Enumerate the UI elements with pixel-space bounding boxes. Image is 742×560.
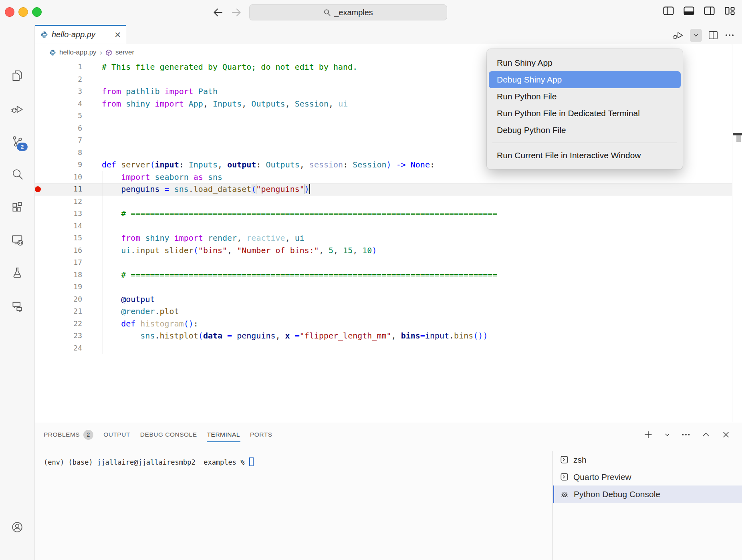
code-line-content[interactable] xyxy=(82,281,732,293)
panel-more-actions-icon[interactable] xyxy=(681,430,691,439)
code-line[interactable]: 22 def histogram(): xyxy=(35,318,732,330)
line-number-gutter[interactable]: 24 xyxy=(57,342,82,355)
tab-hello-app-py[interactable]: hello-app.py ✕ xyxy=(35,25,126,44)
line-number-gutter[interactable]: 1 xyxy=(57,61,82,73)
code-line[interactable]: 12 xyxy=(35,195,732,208)
code-line[interactable]: 19 xyxy=(35,281,732,293)
search-sidebar-icon[interactable] xyxy=(10,167,24,181)
run-options-chevron-icon[interactable] xyxy=(690,29,702,42)
code-line-content[interactable]: @output xyxy=(82,293,732,306)
menu-item[interactable]: Run Shiny App xyxy=(487,54,683,71)
code-line[interactable]: 16 ui.input_slider("bins", "Number of bi… xyxy=(35,244,732,257)
terminal-profile-chevron-icon[interactable] xyxy=(664,431,671,438)
line-number-gutter[interactable]: 17 xyxy=(57,256,82,269)
close-panel-icon[interactable] xyxy=(721,430,731,439)
more-actions-icon[interactable] xyxy=(724,30,735,40)
line-number-gutter[interactable]: 18 xyxy=(57,269,82,281)
line-number-gutter[interactable]: 12 xyxy=(57,195,82,208)
source-control-icon[interactable]: 2 xyxy=(10,134,24,149)
line-number-gutter[interactable]: 10 xyxy=(57,171,82,183)
code-line[interactable]: 21 @render.plot xyxy=(35,305,732,318)
code-line-content[interactable]: # ======================================… xyxy=(82,269,732,281)
toggle-primary-sidebar-icon[interactable] xyxy=(663,6,674,16)
close-window-button[interactable] xyxy=(5,7,14,17)
code-line[interactable]: 23 sns.histplot(data = penguins, x ="fli… xyxy=(35,330,732,342)
panel-tab-ports[interactable]: PORTS xyxy=(250,431,272,438)
code-line-content[interactable] xyxy=(82,195,732,208)
code-line-content[interactable]: from shiny import render, reactive, ui xyxy=(82,232,732,244)
code-line-content[interactable]: ui.input_slider("bins", "Number of bins:… xyxy=(82,244,732,257)
breakpoint-icon[interactable] xyxy=(35,186,41,192)
line-number-gutter[interactable]: 22 xyxy=(57,318,82,330)
line-number-gutter[interactable]: 19 xyxy=(57,281,82,293)
code-line[interactable]: 24 xyxy=(35,342,732,355)
terminal-list-item[interactable]: Quarto Preview xyxy=(553,468,742,485)
new-terminal-icon[interactable] xyxy=(643,429,653,440)
breadcrumb-symbol[interactable]: server xyxy=(115,48,134,56)
line-number-gutter[interactable]: 14 xyxy=(57,220,82,232)
panel-tab-output[interactable]: OUTPUT xyxy=(103,431,130,438)
line-number-gutter[interactable]: 23 xyxy=(57,330,82,342)
line-number-gutter[interactable]: 9 xyxy=(57,159,82,171)
menu-item[interactable]: Run Python File xyxy=(487,88,683,105)
code-line[interactable]: 17 xyxy=(35,256,732,269)
account-icon[interactable] xyxy=(10,520,24,534)
line-number-gutter[interactable]: 20 xyxy=(57,293,82,306)
code-line[interactable]: 11 penguins = sns.load_dataset("penguins… xyxy=(35,183,732,195)
tab-close-icon[interactable]: ✕ xyxy=(114,31,121,39)
editor-scrollbar[interactable] xyxy=(732,44,742,422)
command-center-search[interactable]: _examples xyxy=(249,4,447,20)
terminal-list-item[interactable]: zsh xyxy=(553,451,742,468)
extensions-icon[interactable] xyxy=(10,200,24,214)
line-number-gutter[interactable]: 8 xyxy=(57,147,82,159)
run-and-debug-icon[interactable] xyxy=(10,101,24,116)
line-number-gutter[interactable]: 6 xyxy=(57,122,82,135)
zoom-window-button[interactable] xyxy=(32,7,42,17)
line-number-gutter[interactable]: 15 xyxy=(57,232,82,244)
remote-explorer-icon[interactable] xyxy=(10,233,24,247)
terminal-list-item[interactable]: Python Debug Console xyxy=(553,485,742,503)
line-number-gutter[interactable]: 21 xyxy=(57,305,82,318)
panel-tab-problems[interactable]: PROBLEMS2 xyxy=(44,430,93,440)
menu-item[interactable]: Run Current File in Interactive Window xyxy=(487,147,683,164)
line-number-gutter[interactable]: 4 xyxy=(57,98,82,110)
line-number-gutter[interactable]: 2 xyxy=(57,73,82,86)
code-line[interactable]: 14 xyxy=(35,220,732,232)
line-number-gutter[interactable]: 3 xyxy=(57,85,82,98)
code-line-content[interactable] xyxy=(82,256,732,269)
testing-icon[interactable] xyxy=(10,266,24,280)
maximize-panel-icon[interactable] xyxy=(701,430,711,439)
terminal-prompt[interactable]: (env) (base) jjallaire@jjallairesmbp2 _e… xyxy=(44,457,254,466)
menu-item[interactable]: Run Python File in Dedicated Terminal xyxy=(487,105,683,122)
customize-layout-icon[interactable] xyxy=(724,6,736,16)
code-line-content[interactable]: # ======================================… xyxy=(82,207,732,220)
scrollbar-thumb[interactable] xyxy=(736,135,741,142)
code-line[interactable]: 15 from shiny import render, reactive, u… xyxy=(35,232,732,244)
line-number-gutter[interactable]: 5 xyxy=(57,110,82,122)
panel-tab-debug-console[interactable]: DEBUG CONSOLE xyxy=(140,431,197,438)
breadcrumb-file[interactable]: hello-app.py xyxy=(59,48,97,56)
line-number-gutter[interactable]: 16 xyxy=(57,244,82,257)
code-line-content[interactable]: sns.histplot(data = penguins, x ="flippe… xyxy=(82,330,732,342)
line-number-gutter[interactable]: 11 xyxy=(57,183,82,195)
toggle-panel-icon[interactable] xyxy=(683,6,695,16)
code-line-content[interactable]: def histogram(): xyxy=(82,318,732,330)
minimize-window-button[interactable] xyxy=(18,7,28,17)
navigate-back-icon[interactable] xyxy=(212,6,224,19)
code-line[interactable]: 13 # ===================================… xyxy=(35,207,732,220)
split-editor-icon[interactable] xyxy=(708,30,719,41)
code-line-content[interactable]: penguins = sns.load_dataset("penguins") xyxy=(82,183,732,195)
code-line-content[interactable] xyxy=(82,342,732,355)
menu-item[interactable]: Debug Shiny App xyxy=(489,71,681,88)
comments-icon[interactable] xyxy=(10,299,24,313)
code-line-content[interactable]: import seaborn as sns xyxy=(82,171,732,183)
code-line[interactable]: 10 import seaborn as sns xyxy=(35,171,732,183)
navigate-forward-icon[interactable] xyxy=(230,6,243,19)
code-line-content[interactable]: @render.plot xyxy=(82,305,732,318)
line-number-gutter[interactable]: 13 xyxy=(57,207,82,220)
explorer-icon[interactable] xyxy=(10,68,24,83)
debug-run-icon[interactable] xyxy=(672,29,684,41)
line-number-gutter[interactable]: 7 xyxy=(57,134,82,147)
code-line[interactable]: 20 @output xyxy=(35,293,732,306)
toggle-secondary-sidebar-icon[interactable] xyxy=(704,6,715,16)
